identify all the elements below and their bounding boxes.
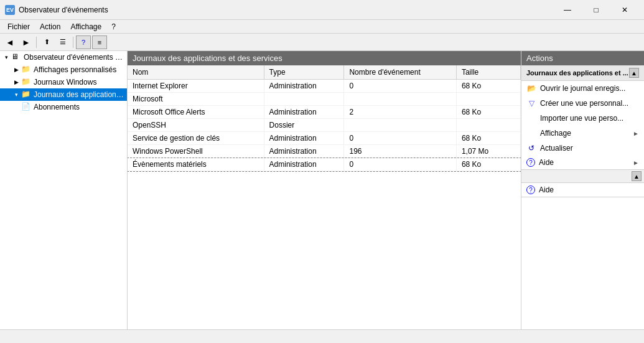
menu-bar: Fichier Action Affichage ? bbox=[0, 20, 644, 34]
aide-2-icon: ? bbox=[526, 186, 535, 194]
action-aide-1-label: Aide bbox=[539, 158, 629, 167]
table-row[interactable]: OpenSSHDossier bbox=[128, 119, 521, 132]
center-panel: Journaux des applications et des service… bbox=[128, 51, 521, 329]
tree-icon-app-services: 📁 bbox=[21, 90, 31, 100]
window-controls: — □ ✕ bbox=[553, 0, 639, 20]
tree-item-subscriptions[interactable]: ▶ 📄 Abonnements bbox=[0, 101, 127, 113]
cell-type: Administration bbox=[264, 106, 344, 119]
cell-nom: Internet Explorer bbox=[128, 80, 264, 93]
col-nom[interactable]: Nom bbox=[128, 65, 264, 80]
help-button[interactable]: ? bbox=[76, 35, 91, 49]
cell-size: 1,07 Mo bbox=[456, 145, 520, 158]
cell-nom: Service de gestion de clés bbox=[128, 132, 264, 145]
tree-item-app-services[interactable]: ▾ 📁 Journaux des applications et ... bbox=[0, 88, 127, 101]
cell-events: 0 bbox=[344, 132, 456, 145]
col-size[interactable]: Taille bbox=[456, 65, 520, 80]
actions-section-1-label: Journaux des applications et ... bbox=[526, 69, 628, 77]
action-create-view-label: Créer une vue personnal... bbox=[540, 99, 639, 108]
tree-item-windows-logs[interactable]: ▶ 📁 Journaux Windows bbox=[0, 76, 127, 88]
events-table: Nom Type Nombre d'événement Taille Inter… bbox=[128, 65, 521, 171]
cell-nom: Évènements matériels bbox=[128, 158, 264, 171]
cell-size bbox=[456, 93, 520, 106]
cell-nom: OpenSSH bbox=[128, 119, 264, 132]
toolbar: ◄ ► ⬆ ☰ ? ≡ bbox=[0, 34, 644, 51]
back-button[interactable]: ◄ bbox=[2, 35, 17, 49]
import-view-icon bbox=[526, 113, 536, 123]
center-panel-header: Journaux des applications et des service… bbox=[128, 51, 521, 65]
menu-fichier[interactable]: Fichier bbox=[2, 21, 35, 32]
action-import-view[interactable]: Importer une vue perso... bbox=[521, 111, 644, 126]
right-panel: Actions Journaux des applications et ...… bbox=[521, 51, 644, 329]
cell-nom: Microsoft bbox=[128, 93, 264, 106]
col-events[interactable]: Nombre d'événement bbox=[344, 65, 456, 80]
cell-events: 2 bbox=[344, 106, 456, 119]
tree-icon-custom-views: 📁 bbox=[21, 65, 31, 75]
cell-type: Dossier bbox=[264, 119, 344, 132]
tree-toggle-windows-logs[interactable]: ▶ bbox=[12, 78, 20, 86]
action-affichage[interactable]: Affichage ► bbox=[521, 126, 644, 141]
list-button[interactable]: ≡ bbox=[92, 35, 107, 49]
menu-action[interactable]: Action bbox=[35, 21, 65, 32]
table-row[interactable]: Service de gestion de clésAdministration… bbox=[128, 132, 521, 145]
app-title: Observateur d'événements bbox=[19, 6, 553, 14]
main-layout: ▾ 🖥 Observateur d'événements (Loca... ▶ … bbox=[0, 51, 644, 329]
maximize-button[interactable]: □ bbox=[582, 0, 610, 20]
cell-size: 68 Ko bbox=[456, 106, 520, 119]
cell-size: 68 Ko bbox=[456, 158, 520, 171]
cell-type: Administration bbox=[264, 132, 344, 145]
tree-item-root[interactable]: ▾ 🖥 Observateur d'événements (Loca... bbox=[0, 51, 127, 63]
actions-section-1: Journaux des applications et ... ▲ 📂 Ouv… bbox=[521, 65, 644, 170]
menu-affichage[interactable]: Affichage bbox=[65, 21, 106, 32]
affichage-icon bbox=[526, 128, 536, 138]
action-import-view-label: Importer une vue perso... bbox=[540, 114, 639, 123]
collapse-section-1-btn[interactable]: ▲ bbox=[629, 68, 639, 78]
action-aide-1[interactable]: ? Aide ► bbox=[521, 156, 644, 169]
table-row[interactable]: Internet ExplorerAdministration068 Ko bbox=[128, 80, 521, 93]
aide-1-icon: ? bbox=[526, 158, 535, 167]
cell-size: 68 Ko bbox=[456, 80, 520, 93]
cell-events bbox=[344, 119, 456, 132]
tree-toggle-root[interactable]: ▾ bbox=[2, 54, 10, 61]
collapse-bar-2[interactable]: ▲ bbox=[521, 170, 644, 183]
cell-events: 196 bbox=[344, 145, 456, 158]
cell-size bbox=[456, 119, 520, 132]
table-row[interactable]: Microsoft Office AlertsAdministration268… bbox=[128, 106, 521, 119]
open-log-icon: 📂 bbox=[526, 83, 536, 93]
table-row[interactable]: Microsoft bbox=[128, 93, 521, 106]
action-actualiser[interactable]: ↺ Actualiser bbox=[521, 141, 644, 156]
forward-button[interactable]: ► bbox=[19, 35, 34, 49]
table-container[interactable]: Nom Type Nombre d'événement Taille Inter… bbox=[128, 65, 521, 329]
action-affichage-label: Affichage bbox=[540, 129, 629, 138]
cell-nom: Windows PowerShell bbox=[128, 145, 264, 158]
menu-aide[interactable]: ? bbox=[106, 21, 121, 32]
toolbar-separator-1 bbox=[36, 37, 37, 48]
cell-type: Administration bbox=[264, 145, 344, 158]
tree-icon-root: 🖥 bbox=[11, 52, 21, 62]
action-open-log-label: Ouvrir le journal enregis... bbox=[540, 84, 639, 93]
col-type[interactable]: Type bbox=[264, 65, 344, 80]
actions-section-1-header[interactable]: Journaux des applications et ... ▲ bbox=[521, 65, 644, 81]
tree-toggle-custom-views[interactable]: ▶ bbox=[12, 66, 20, 73]
table-row[interactable]: Windows PowerShellAdministration1961,07 … bbox=[128, 145, 521, 158]
up-button[interactable]: ⬆ bbox=[39, 35, 54, 49]
action-create-view[interactable]: ▽ Créer une vue personnal... bbox=[521, 96, 644, 111]
tree-toggle-app-services[interactable]: ▾ bbox=[12, 91, 20, 98]
aide-1-arrow-icon: ► bbox=[633, 159, 639, 166]
cell-type: Administration bbox=[264, 80, 344, 93]
minimize-button[interactable]: — bbox=[553, 0, 582, 20]
table-row[interactable]: Évènements matérielsAdministration068 Ko bbox=[128, 158, 521, 171]
cell-events: 0 bbox=[344, 158, 456, 171]
action-open-log[interactable]: 📂 Ouvrir le journal enregis... bbox=[521, 81, 644, 96]
status-bar bbox=[0, 329, 644, 343]
title-bar: EV Observateur d'événements — □ ✕ bbox=[0, 0, 644, 20]
toolbar-separator-2 bbox=[73, 37, 73, 48]
cell-events bbox=[344, 93, 456, 106]
tree-label-app-services: Journaux des applications et ... bbox=[34, 90, 124, 99]
cell-nom: Microsoft Office Alerts bbox=[128, 106, 264, 119]
actualiser-icon: ↺ bbox=[526, 143, 536, 153]
tree-item-custom-views[interactable]: ▶ 📁 Affichages personnalisés bbox=[0, 63, 127, 76]
collapse-section-2-btn[interactable]: ▲ bbox=[632, 171, 642, 181]
action-aide-2[interactable]: ? Aide bbox=[521, 183, 644, 197]
show-hide-button[interactable]: ☰ bbox=[55, 35, 70, 49]
close-button[interactable]: ✕ bbox=[610, 0, 639, 20]
